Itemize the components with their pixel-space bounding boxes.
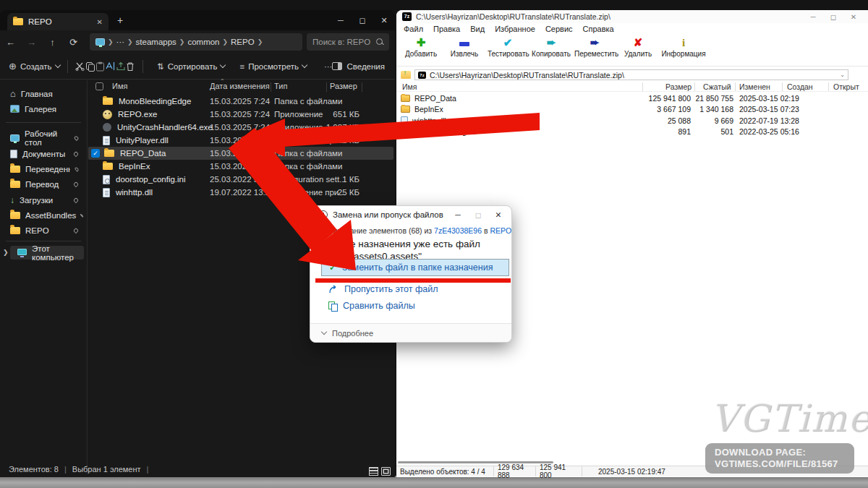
file-row[interactable]: UnityCrashHandler64.exe 15.03.2025 7:24П…	[88, 121, 393, 134]
minimize-button[interactable]: ─	[803, 13, 823, 21]
pin-icon	[73, 134, 79, 140]
dest-link[interactable]: REPO	[490, 226, 511, 235]
column-name[interactable]: Имя	[112, 82, 127, 90]
paste-button[interactable]	[95, 61, 105, 72]
skip-file-option[interactable]: Пропустить этот файл	[328, 284, 438, 294]
test-button[interactable]: ✔Тестировать	[488, 34, 528, 58]
rename-button[interactable]	[105, 61, 116, 71]
file-modified: 2025-03-15 07:23	[739, 105, 799, 114]
column-created[interactable]: Создан	[787, 82, 813, 91]
close-button[interactable]: ✕	[373, 16, 395, 25]
minimize-button[interactable]: ─	[330, 16, 352, 25]
menu-tools[interactable]: Сервис	[545, 25, 573, 33]
delete-button[interactable]	[126, 61, 135, 72]
extract-button[interactable]: Извлечь	[444, 34, 485, 58]
column-modified[interactable]: Изменен	[739, 82, 770, 91]
cut-button[interactable]	[75, 61, 85, 72]
sidebar-item-home[interactable]: ⌂Главная	[3, 87, 84, 100]
file-row[interactable]: MonoBleedingEdge 15.03.2025 7:24Папка с …	[88, 95, 393, 108]
chevron-down-icon	[220, 62, 226, 68]
column-name[interactable]: Имя	[402, 82, 417, 91]
sidebar-item-this-pc[interactable]: Этот компьютер	[10, 246, 84, 260]
archive-row[interactable]: REPO_Data 125 941 800 21 850 755 2025-03…	[396, 93, 868, 104]
close-button[interactable]: ✕	[843, 13, 864, 21]
minimize-button[interactable]: ─	[448, 210, 468, 219]
file-row[interactable]: REPO.exe 15.03.2025 7:24Приложение651 КБ	[88, 108, 393, 121]
menu-favorites[interactable]: Избранное	[495, 25, 535, 33]
file-row[interactable]: winhttp.dll 19.07.2022 13:28Расширение п…	[88, 186, 393, 199]
sidebar-item-documents[interactable]: Документы	[3, 147, 84, 160]
select-all-checkbox[interactable]	[95, 82, 103, 90]
back-button[interactable]: ←	[0, 37, 21, 48]
breadcrumb-ellipsis[interactable]: ···	[116, 38, 125, 46]
sidebar-item-repo[interactable]: REPO	[3, 223, 84, 237]
file-modified: 2022-03-25 05:16	[739, 127, 799, 136]
column-size[interactable]: Размер	[665, 82, 692, 91]
thumbnail-view-icon[interactable]	[381, 467, 391, 476]
file-row[interactable]: doorstop_config.ini 25.03.2022 5:16Confi…	[88, 173, 393, 186]
copy-button[interactable]: ➨Копировать	[531, 34, 571, 58]
sort-button[interactable]: ⇅ Сортировать	[157, 61, 225, 72]
dialog-footer[interactable]: Подробнее	[310, 323, 511, 342]
file-row[interactable]: BepInEx 15.03.2025 10:34Папка с файлами	[88, 160, 393, 173]
chevron-down-icon	[321, 329, 327, 335]
menu-view[interactable]: Вид	[470, 25, 485, 33]
up-folder-icon[interactable]	[401, 71, 411, 79]
copy-button[interactable]	[85, 61, 95, 72]
file-packed: 501	[720, 127, 733, 136]
sidebar-item-desktop[interactable]: Рабочий стол	[3, 131, 84, 145]
close-button[interactable]: ✕	[488, 210, 509, 219]
column-size[interactable]: Размер	[330, 82, 357, 90]
breadcrumb-steamapps[interactable]: steamapps	[136, 38, 176, 46]
chevron-right-icon: ❯	[108, 38, 114, 46]
column-type[interactable]: Тип	[274, 82, 287, 90]
delete-button[interactable]: ✘Удалить	[618, 34, 658, 58]
view-button[interactable]: ≡ Просмотреть	[239, 62, 307, 71]
sidebar-item-assetbundles[interactable]: AssetBundles	[3, 208, 84, 222]
menu-edit[interactable]: Правка	[433, 25, 460, 33]
archive-row[interactable]: BepInEx 3 667 109 1 340 168 2025-03-15 0…	[396, 104, 868, 116]
compare-files-option[interactable]: Сравнить файлы	[328, 301, 415, 311]
maximize-button[interactable]: ◻	[823, 13, 843, 21]
column-packed[interactable]: Сжатый	[703, 82, 731, 91]
new-button[interactable]: ⊕ Создать	[9, 61, 60, 72]
new-tab-button[interactable]: +	[117, 14, 123, 26]
breadcrumb-repo[interactable]: REPO	[231, 38, 255, 46]
archive-row[interactable]: winhttp.dll 25 088 9 669 2022-07-19 13:2…	[396, 115, 868, 127]
column-opened[interactable]: Открыт	[833, 82, 859, 91]
file-row-selected[interactable]: ✓ REPO_Data 15.03.2025 10:34Папка с файл…	[88, 147, 393, 160]
up-button[interactable]: ↑	[42, 37, 63, 48]
info-button[interactable]: iИнформация	[661, 34, 706, 58]
menu-file[interactable]: Файл	[404, 25, 423, 33]
sidebar-item-gallery[interactable]: Галерея	[3, 102, 84, 116]
file-row[interactable]: UnityPlayer.dll 15.03.2025 7:24Расширени…	[88, 134, 393, 147]
sidebar-item-downloads[interactable]: ↓Загрузки	[3, 193, 84, 207]
path-combobox[interactable]: 7z C:\Users\Hayrizan\Desktop\RUTranslate…	[414, 69, 848, 80]
checkbox-checked-icon[interactable]: ✓	[91, 149, 100, 158]
sidebar-item-translated[interactable]: Переведенные текс	[3, 162, 84, 176]
tab-close-icon[interactable]: ✕	[97, 18, 103, 26]
sidebar-item-perevod[interactable]: Перевод	[3, 177, 84, 191]
source-link[interactable]: 7zE43038E96	[434, 226, 482, 235]
move-button[interactable]: ➨Переместить	[574, 34, 615, 58]
archive-row[interactable]: doorstop_config.ini 891 501 2022-03-25 0…	[396, 127, 868, 138]
file-date: 15.03.2025 7:24	[210, 136, 270, 145]
more-options-button[interactable]: ···	[324, 62, 333, 71]
chevron-right-icon[interactable]: ❯	[3, 249, 9, 256]
explorer-tab[interactable]: REPO ✕	[7, 13, 109, 30]
details-view-icon[interactable]	[369, 467, 378, 476]
search-box[interactable]: Поиск в: REPO	[307, 33, 389, 51]
sevenzip-logo-icon: 7z	[402, 12, 412, 21]
maximize-button[interactable]: ◻	[352, 16, 373, 25]
chevron-down-icon[interactable]: ⌄	[840, 72, 845, 78]
address-bar[interactable]: ❯ ··· ❯ steamapps ❯ common ❯ REPO ❯	[90, 33, 302, 51]
add-button[interactable]: ✚Добавить	[401, 34, 441, 58]
column-date[interactable]: Дата изменения	[210, 82, 270, 90]
refresh-button[interactable]: ⟳	[63, 37, 84, 48]
menu-help[interactable]: Справка	[583, 25, 614, 33]
details-pane-button[interactable]: Сведения	[332, 62, 385, 71]
forward-button[interactable]: →	[21, 37, 42, 48]
share-button[interactable]	[116, 61, 126, 71]
breadcrumb-common[interactable]: common	[187, 38, 219, 46]
replace-file-option[interactable]: ✓ Заменить файл в папке назначения	[321, 259, 509, 276]
